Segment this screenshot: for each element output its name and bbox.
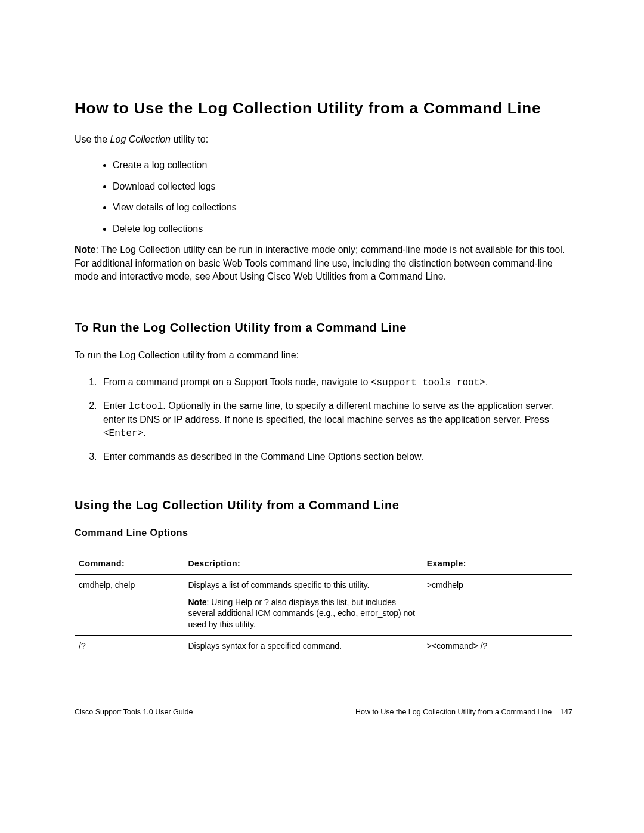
step1-a: From a command prompt on a Support Tools… [103, 377, 371, 387]
spacer [188, 591, 419, 597]
note-body: : The Log Collection utility can be run … [75, 244, 565, 281]
footer-left: Cisco Support Tools 1.0 User Guide [75, 707, 193, 717]
intro-prefix: Use the [75, 134, 110, 144]
table-header-row: Command: Description: Example: [75, 553, 572, 574]
note-paragraph: Note: The Log Collection utility can be … [75, 243, 572, 283]
intro-suffix: utility to: [171, 134, 208, 144]
list-item: Enter lctool. Optionally in the same lin… [100, 400, 572, 441]
page-footer: Cisco Support Tools 1.0 User Guide How t… [0, 707, 644, 717]
page-title: How to Use the Log Collection Utility fr… [75, 98, 572, 118]
cell-example: >cmdhelp [423, 574, 572, 636]
cell-description: Displays syntax for a specified command. [184, 636, 423, 657]
steps-list: From a command prompt on a Support Tools… [75, 376, 572, 463]
footer-page-num: 147 [560, 708, 572, 716]
intro-paragraph: Use the Log Collection utility to: [75, 133, 572, 146]
use-bullets: Create a log collection Download collect… [75, 159, 572, 235]
page-content: How to Use the Log Collection Utility fr… [0, 0, 644, 657]
table-caption: Command Line Options [75, 527, 572, 540]
footer-title: How to Use the Log Collection Utility fr… [355, 708, 552, 716]
desc-note-label: Note [188, 597, 206, 607]
step2-a: Enter [103, 401, 129, 411]
cell-command: cmdhelp, chelp [75, 574, 184, 636]
command-options-table: Command: Description: Example: cmdhelp, … [75, 553, 572, 657]
section-use-heading: Using the Log Collection Utility from a … [75, 497, 572, 513]
desc-note-body: : Using Help or ? also displays this lis… [188, 597, 415, 630]
step1-b: . [485, 377, 488, 387]
list-item: Delete log collections [113, 222, 572, 236]
list-item: View details of log collections [113, 201, 572, 214]
list-item: From a command prompt on a Support Tools… [100, 376, 572, 390]
section-run-heading: To Run the Log Collection Utility from a… [75, 320, 572, 336]
th-description: Description: [184, 553, 423, 574]
cell-command: /? [75, 636, 184, 657]
step2-b: . Optionally in the same line, to specif… [103, 401, 554, 425]
note-label: Note [75, 244, 96, 255]
list-item: Create a log collection [113, 159, 572, 172]
step2-code1: lctool [129, 401, 163, 412]
cell-description: Displays a list of commands specific to … [184, 574, 423, 636]
desc-main: Displays a list of commands specific to … [188, 580, 369, 590]
list-item: Download collected logs [113, 180, 572, 193]
step2-code2: <Enter> [103, 428, 143, 439]
table-row: /? Displays syntax for a specified comma… [75, 636, 572, 657]
list-item: Enter commands as described in the Comma… [100, 450, 572, 463]
table-row: cmdhelp, chelp Displays a list of comman… [75, 574, 572, 636]
intro-italic: Log Collection [110, 134, 171, 144]
step1-code: <support_tools_root> [371, 377, 485, 388]
step2-c: . [143, 428, 145, 438]
cell-example: ><command> /? [423, 636, 572, 657]
th-command: Command: [75, 553, 184, 574]
footer-right: How to Use the Log Collection Utility fr… [355, 707, 572, 717]
title-underline [75, 122, 572, 122]
run-intro: To run the Log Collection utility from a… [75, 349, 572, 362]
th-example: Example: [423, 553, 572, 574]
